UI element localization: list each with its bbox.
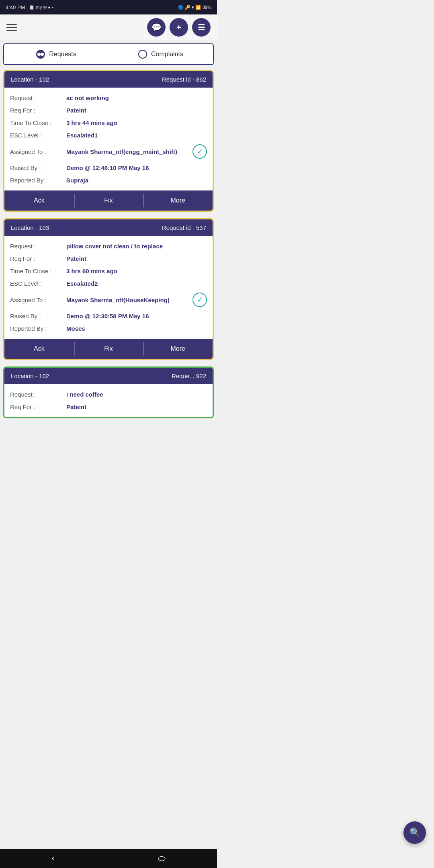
request-card-1: Location - 102 Request id - 862 Request … <box>3 70 214 212</box>
card-2-esclevel-row: ESC Level : Escalated2 <box>10 277 207 290</box>
tab-complaints-label: Complaints <box>151 51 183 58</box>
card-1-esclevel-value: Escalated1 <box>66 132 207 139</box>
menu-line-3 <box>6 30 17 31</box>
request-label: Request : <box>10 94 66 101</box>
reportedby-label-2: Reported By : <box>10 325 66 332</box>
card-1-timetoclose-value: 3 hrs 44 mins ago <box>66 119 207 126</box>
reqfor-label-3: Req For : <box>10 403 66 410</box>
card-1-assignedto-value: Mayank Sharma_ntf(engg_maint_shift) <box>66 148 192 155</box>
radio-requests <box>36 50 45 59</box>
hamburger-menu[interactable] <box>6 24 17 31</box>
tab-complaints[interactable]: Complaints <box>108 44 213 64</box>
request-card-2: Location - 103 Request id - 537 Request … <box>3 218 214 360</box>
toolbar: 💬 + ☰ <box>0 14 217 40</box>
card-2-request-value: pillow cover not clean / to replace <box>66 243 207 250</box>
card-1-reportedby-value: Supraja <box>66 177 207 184</box>
status-right-icons: 🔵 🔑 ▾ 📶 89% <box>178 5 211 10</box>
reportedby-label: Reported By : <box>10 177 66 184</box>
chat-icon: 💬 <box>151 23 162 32</box>
card-1-body: Request : ac not working Req For : Patei… <box>4 88 213 190</box>
card-2-fix-button[interactable]: Fix <box>74 339 143 359</box>
card-2-raisedby-value: Demo @ 12:30:58 PM May 16 <box>66 313 207 319</box>
card-2-header: Location - 103 Request id - 537 <box>4 219 213 236</box>
request-card-3: Location - 102 Reque... 922 Request : I … <box>3 366 214 418</box>
check-icon-2[interactable]: ✓ <box>192 293 207 307</box>
assignedto-label-2: Assigned To : <box>10 297 66 303</box>
status-bar: 4:40 PM 📋 my ✉ ● • 🔵 🔑 ▾ 📶 89% <box>0 0 217 14</box>
card-2-request-id: Request id - 537 <box>162 224 206 231</box>
menu-icon: ☰ <box>198 23 205 32</box>
card-1-reqfor-value: Pateint <box>66 107 207 114</box>
request-label-3: Request : <box>10 391 66 398</box>
tab-bar: Requests Complaints <box>3 43 214 65</box>
card-1-actions: Ack Fix More <box>4 190 213 211</box>
card-2-reportedby-row: Reported By : Moses <box>10 322 207 335</box>
card-2-body: Request : pillow cover not clean / to re… <box>4 236 213 339</box>
cards-scroll-area: Location - 102 Request id - 862 Request … <box>0 68 217 425</box>
card-1-request-value: ac not working <box>66 94 207 101</box>
card-2-more-button[interactable]: More <box>143 339 213 359</box>
card-1-assigned-row: Assigned To : Mayank Sharma_ntf(engg_mai… <box>10 141 207 162</box>
toolbar-buttons: 💬 + ☰ <box>147 18 211 37</box>
card-2-reportedby-value: Moses <box>66 325 207 332</box>
card-3-request-value: I need coffee <box>66 391 207 398</box>
assignedto-label: Assigned To : <box>10 148 66 155</box>
timetoclose-label-2: Time To Close : <box>10 268 66 274</box>
card-2-reqfor-value: Pateint <box>66 255 207 262</box>
radio-complaints <box>138 50 147 59</box>
card-2-assigned-row: Assigned To : Mayank Sharma_ntf(HouseKee… <box>10 290 207 310</box>
card-2-ack-button[interactable]: Ack <box>4 339 74 359</box>
card-3-header: Location - 102 Reque... 922 <box>4 368 213 384</box>
time-display: 4:40 PM <box>6 4 25 10</box>
tab-requests-label: Requests <box>49 51 76 58</box>
tab-requests[interactable]: Requests <box>4 44 108 64</box>
card-2-assignedto-value: Mayank Sharma_ntf(HouseKeeping) <box>66 297 192 303</box>
card-2-timetoclose-row: Time To Close : 3 hrs 60 mins ago <box>10 265 207 277</box>
reqfor-label: Req For : <box>10 107 66 114</box>
status-time: 4:40 PM 📋 my ✉ ● • <box>6 4 53 10</box>
plus-icon: + <box>176 23 181 32</box>
timetoclose-label: Time To Close : <box>10 119 66 126</box>
card-1-timetoclose-row: Time To Close : 3 hrs 44 mins ago <box>10 117 207 129</box>
esclevel-label-2: ESC Level : <box>10 280 66 287</box>
card-1-header: Location - 102 Request id - 862 <box>4 71 213 88</box>
menu-button[interactable]: ☰ <box>192 18 211 37</box>
card-1-location: Location - 102 <box>11 76 49 83</box>
card-1-reqfor-row: Req For : Pateint <box>10 104 207 117</box>
card-3-location: Location - 102 <box>11 373 49 379</box>
card-3-request-id: Reque... 922 <box>172 373 206 379</box>
card-1-raisedby-row: Raised By : Demo @ 12:46:10 PM May 16 <box>10 162 207 174</box>
card-2-location: Location - 103 <box>11 224 49 231</box>
card-3-reqfor-row: Req For : Pateint <box>10 401 207 413</box>
card-3-body: Request : I need coffee Req For : Patein… <box>4 384 213 417</box>
card-1-request-row: Request : ac not working <box>10 92 207 104</box>
card-1-more-button[interactable]: More <box>143 190 213 211</box>
card-3-request-row: Request : I need coffee <box>10 388 207 401</box>
card-2-actions: Ack Fix More <box>4 339 213 359</box>
card-2-reqfor-row: Req For : Pateint <box>10 252 207 265</box>
card-1-reportedby-row: Reported By : Supraja <box>10 174 207 186</box>
raisedby-label: Raised By : <box>10 164 66 171</box>
esclevel-label: ESC Level : <box>10 132 66 139</box>
card-1-ack-button[interactable]: Ack <box>4 190 74 211</box>
check-icon-1[interactable]: ✓ <box>192 144 207 159</box>
card-1-esclevel-row: ESC Level : Escalated1 <box>10 129 207 141</box>
card-1-fix-button[interactable]: Fix <box>74 190 143 211</box>
raisedby-label-2: Raised By : <box>10 313 66 319</box>
card-2-esclevel-value: Escalated2 <box>66 280 207 287</box>
card-2-raisedby-row: Raised By : Demo @ 12:30:58 PM May 16 <box>10 310 207 322</box>
request-label-2: Request : <box>10 243 66 250</box>
battery-display: 89% <box>203 5 211 10</box>
menu-line-1 <box>6 24 17 25</box>
card-2-timetoclose-value: 3 hrs 60 mins ago <box>66 268 207 274</box>
reqfor-label-2: Req For : <box>10 255 66 262</box>
card-1-request-id: Request id - 862 <box>162 76 206 83</box>
connectivity-icons: 🔵 🔑 ▾ 📶 <box>178 5 201 10</box>
card-3-reqfor-value: Pateint <box>66 403 207 410</box>
chat-feedback-button[interactable]: 💬 <box>147 18 166 37</box>
card-1-raisedby-value: Demo @ 12:46:10 PM May 16 <box>66 164 207 171</box>
add-button[interactable]: + <box>170 18 188 37</box>
status-icons: 📋 my ✉ ● • <box>29 5 53 10</box>
menu-line-2 <box>6 27 17 28</box>
card-2-request-row: Request : pillow cover not clean / to re… <box>10 240 207 252</box>
